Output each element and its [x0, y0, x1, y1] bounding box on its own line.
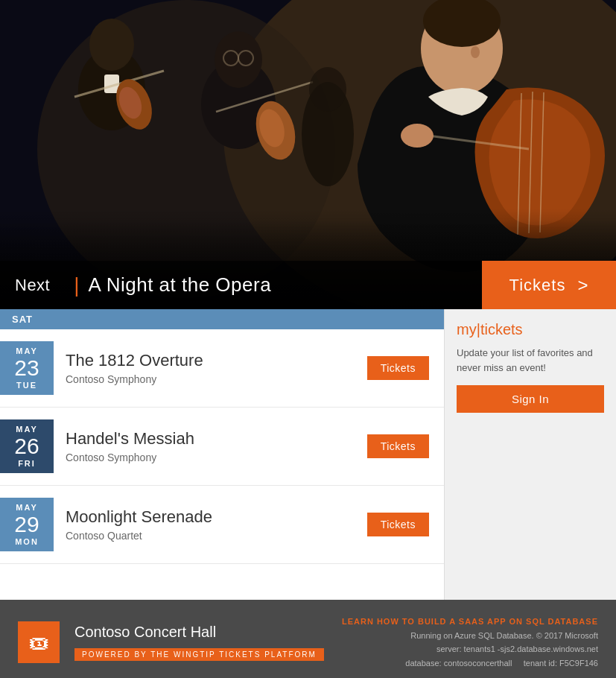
event-item-1812: MAY 23 TUE The 1812 Overture Contoso Sym… — [0, 329, 444, 408]
hero-event-title: A Night at the Opera — [89, 273, 272, 297]
svg-point-4 — [89, 19, 134, 71]
event-item-moonlight: MAY 29 MON Moonlight Serenade Contoso Qu… — [0, 486, 444, 564]
tickets-button-1812[interactable]: Tickets — [367, 356, 429, 380]
footer-info-line1: Running on Azure SQL Database. © 2017 Mi… — [342, 629, 598, 643]
my-tickets-suffix: tickets — [480, 321, 523, 338]
footer-info-line2: server: tenants1 -sjs2.database.windows.… — [342, 642, 598, 656]
event-date-box-may26: MAY 26 FRI — [0, 419, 54, 473]
my-tickets-description: Update your list of favorites and never … — [457, 346, 604, 375]
sidebar: my|tickets Update your list of favorites… — [445, 309, 616, 600]
hero-section: Next | A Night at the Opera Tickets > — [0, 0, 616, 309]
event-month-may29: MAY — [16, 503, 37, 512]
event-date-box-may29: MAY 29 MON — [0, 498, 54, 551]
event-item-handel: MAY 26 FRI Handel's Messiah Contoso Symp… — [0, 408, 444, 486]
footer-right: LEARN HOW TO BUILD A SAAS APP ON SQL DAT… — [342, 615, 598, 671]
svg-point-18 — [471, 46, 480, 58]
footer-brand: Contoso Concert Hall POWERED BY THE WING… — [74, 624, 342, 661]
event-month-may26: MAY — [16, 425, 37, 434]
my-tickets-title: my|tickets — [457, 321, 604, 338]
hero-tickets-button[interactable]: Tickets > — [482, 261, 616, 309]
footer: 🎟 Contoso Concert Hall POWERED BY THE WI… — [0, 600, 616, 678]
event-info-handel: Handel's Messiah Contoso Symphony — [66, 429, 367, 463]
main-content: SAT MAY 23 TUE The 1812 Overture Contoso… — [0, 309, 616, 600]
sign-in-button[interactable]: Sign In — [457, 385, 604, 413]
event-dow-may29: MON — [15, 537, 39, 546]
hero-next-label: Next — [0, 276, 65, 295]
event-name-moonlight: Moonlight Serenade — [66, 507, 367, 527]
event-day-may23: 23 — [14, 357, 39, 379]
event-info-1812: The 1812 Overture Contoso Symphony — [66, 351, 367, 385]
event-venue-handel: Contoso Symphony — [66, 452, 367, 463]
event-venue-moonlight: Contoso Quartet — [66, 530, 367, 542]
tickets-button-handel[interactable]: Tickets — [367, 434, 429, 458]
footer-info-line3: database: contosoconcerthall tenant id: … — [342, 656, 598, 671]
event-day-may26: 26 — [14, 435, 39, 457]
svg-point-24 — [401, 124, 434, 148]
footer-learn-link[interactable]: LEARN HOW TO BUILD A SAAS APP ON SQL DAT… — [342, 617, 598, 626]
event-day-may29: 29 — [14, 513, 39, 536]
my-tickets-prefix: my — [457, 321, 477, 338]
events-list[interactable]: SAT MAY 23 TUE The 1812 Overture Contoso… — [0, 309, 445, 600]
ticket-icon: 🎟 — [28, 630, 49, 655]
hero-overlay-bar: Next | A Night at the Opera Tickets > — [0, 261, 616, 309]
svg-point-26 — [309, 67, 346, 112]
event-venue-1812: Contoso Symphony — [66, 373, 367, 385]
event-date-box-may23: MAY 23 TUE — [0, 341, 54, 395]
arrow-icon: > — [577, 275, 588, 296]
event-dow-may23: TUE — [16, 381, 37, 390]
footer-database: database: contosoconcerthall — [405, 659, 512, 668]
footer-powered-by: POWERED BY THE WINGTIP TICKETS PLATFORM — [74, 648, 324, 661]
event-dow-may26: FRI — [18, 459, 36, 468]
event-name-handel: Handel's Messiah — [66, 429, 367, 449]
tickets-button-moonlight[interactable]: Tickets — [367, 513, 429, 536]
footer-logo: 🎟 — [18, 621, 60, 663]
event-month-may23: MAY — [16, 346, 37, 355]
hero-separator: | — [74, 273, 79, 297]
footer-tenant: tenant id: F5C9F146 — [524, 659, 598, 668]
event-name-1812: The 1812 Overture — [66, 351, 367, 370]
date-header-sat: SAT — [0, 309, 444, 329]
event-info-moonlight: Moonlight Serenade Contoso Quartet — [66, 507, 367, 542]
footer-brand-name: Contoso Concert Hall — [74, 624, 342, 641]
